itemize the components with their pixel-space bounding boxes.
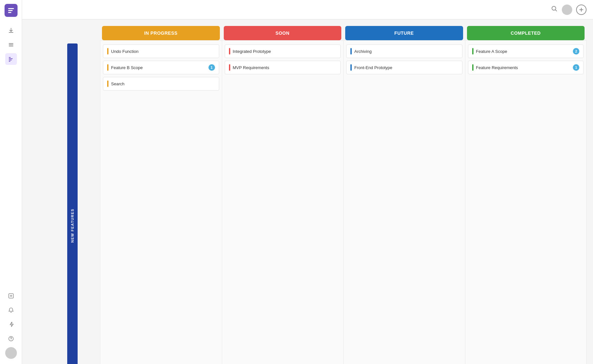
- card-title: Search: [111, 81, 124, 86]
- card-badge: 1: [573, 64, 579, 71]
- header-empty-cell: [48, 26, 100, 40]
- row-label-text: NEW FEATURES: [67, 43, 78, 364]
- col-header-in_progress: IN PROGRESS: [102, 26, 220, 40]
- card-title: Feature A Scope: [476, 49, 507, 54]
- help-icon[interactable]: [5, 333, 17, 345]
- cell-new-features-future: ArchivingFront-End Prototype: [343, 40, 465, 364]
- card-badge: 2: [573, 48, 579, 55]
- svg-rect-8: [9, 60, 12, 60]
- card-title: MVP Requirements: [233, 65, 269, 70]
- card-color-bar: [350, 64, 352, 71]
- col-header-soon: SOON: [224, 26, 342, 40]
- card-left: Feature Requirements: [472, 64, 518, 71]
- svg-point-12: [11, 340, 11, 340]
- card-left: Undo Function: [107, 48, 139, 55]
- svg-rect-6: [9, 57, 11, 58]
- card-left: Search: [107, 80, 124, 87]
- svg-rect-2: [8, 12, 11, 13]
- card-color-bar: [107, 64, 108, 71]
- card[interactable]: MVP Requirements: [225, 61, 341, 74]
- card-color-bar: [107, 48, 108, 55]
- card-title: Feature B Scope: [111, 65, 143, 70]
- cell-new-features-completed: Feature A Scope2Feature Requirements1: [465, 40, 587, 364]
- card[interactable]: Archiving: [346, 44, 462, 58]
- card-title: Archiving: [354, 49, 372, 54]
- svg-rect-9: [9, 61, 10, 62]
- svg-rect-0: [8, 8, 14, 9]
- row-label-new-features: NEW FEATURES: [48, 40, 100, 364]
- card-color-bar: [229, 48, 230, 55]
- card-color-bar: [229, 64, 230, 71]
- card[interactable]: Search: [103, 77, 219, 91]
- card-left: Front-End Prototype: [350, 64, 392, 71]
- card-left: Feature A Scope: [472, 48, 507, 55]
- card-title: Feature Requirements: [476, 65, 518, 70]
- card[interactable]: Feature B Scope1: [103, 61, 219, 74]
- header-actions: [551, 5, 587, 15]
- app-logo[interactable]: [5, 4, 18, 17]
- board-container: IN PROGRESSSOONFUTURECOMPLETEDNEW FEATUR…: [22, 19, 593, 364]
- card[interactable]: Feature Requirements1: [468, 61, 584, 74]
- page-header: [22, 0, 593, 19]
- card-color-bar: [472, 64, 473, 71]
- col-header-future: FUTURE: [345, 26, 463, 40]
- card-badge: 1: [208, 64, 215, 71]
- cell-new-features-soon: Integrated PrototypeMVP Requirements: [222, 40, 344, 364]
- card-title: Integrated Prototype: [233, 49, 271, 54]
- col-header-completed: COMPLETED: [467, 26, 585, 40]
- kanban-board: IN PROGRESSSOONFUTURECOMPLETEDNEW FEATUR…: [48, 26, 587, 364]
- add-button[interactable]: [576, 5, 587, 15]
- cell-new-features-in_progress: Undo FunctionFeature B Scope1Search: [100, 40, 222, 364]
- main-content: IN PROGRESSSOONFUTURECOMPLETEDNEW FEATUR…: [22, 0, 593, 364]
- card-left: Archiving: [350, 48, 372, 55]
- card[interactable]: Integrated Prototype: [225, 44, 341, 58]
- card-left: Feature B Scope: [107, 64, 143, 71]
- card-left: MVP Requirements: [229, 64, 269, 71]
- card-color-bar: [107, 80, 108, 87]
- user-avatar-header[interactable]: [562, 5, 572, 15]
- svg-rect-5: [9, 46, 13, 46]
- card-title: Undo Function: [111, 49, 139, 54]
- bolt-icon[interactable]: [5, 319, 17, 330]
- search-icon[interactable]: [551, 5, 558, 14]
- add-card-icon[interactable]: [5, 290, 17, 302]
- card-color-bar: [472, 48, 473, 55]
- svg-rect-1: [8, 10, 13, 11]
- card[interactable]: Undo Function: [103, 44, 219, 58]
- card-title: Front-End Prototype: [354, 65, 392, 70]
- card-color-bar: [350, 48, 352, 55]
- user-avatar-sidebar[interactable]: [5, 347, 17, 359]
- svg-rect-3: [9, 43, 13, 44]
- roadmap-icon[interactable]: [5, 53, 17, 65]
- svg-rect-7: [9, 58, 13, 59]
- download-icon[interactable]: [5, 25, 17, 36]
- card[interactable]: Feature A Scope2: [468, 44, 584, 58]
- card-left: Integrated Prototype: [229, 48, 271, 55]
- sidebar: [0, 0, 22, 364]
- svg-rect-4: [9, 44, 13, 45]
- card[interactable]: Front-End Prototype: [346, 61, 462, 74]
- bell-icon[interactable]: [5, 304, 17, 316]
- list-icon[interactable]: [5, 39, 17, 51]
